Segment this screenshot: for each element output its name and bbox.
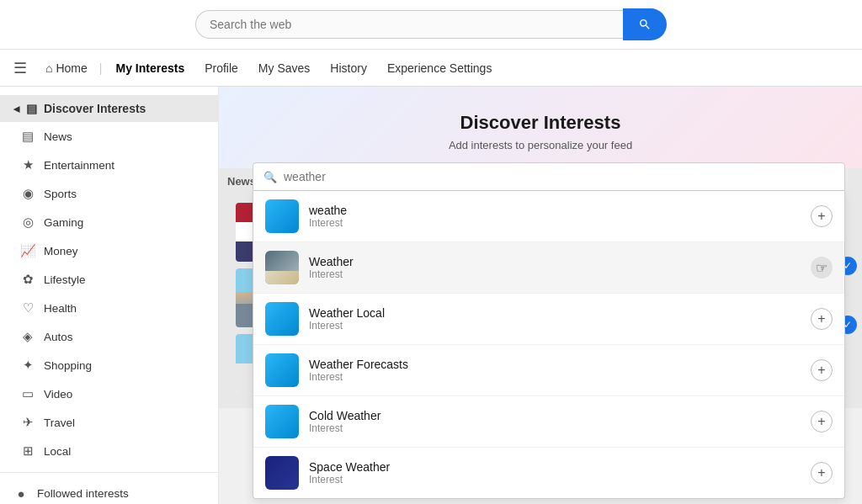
sidebar-item-entertainment[interactable]: ★ Entertainment	[0, 151, 218, 179]
dropdown-search-input[interactable]: weather	[284, 170, 834, 183]
top-bar	[0, 0, 862, 50]
weather-local-name: Weather Local	[309, 306, 801, 320]
cold-weather-add-btn[interactable]: +	[811, 411, 833, 432]
entertainment-icon: ★	[20, 157, 35, 172]
autos-icon: ◈	[20, 329, 35, 344]
nav-divider: |	[99, 61, 103, 75]
weather-forecasts-add-btn[interactable]: +	[811, 359, 833, 381]
weather-forecasts-icon	[265, 353, 299, 387]
sidebar-item-autos[interactable]: ◈ Autos	[0, 322, 218, 351]
search-dropdown-wrapper: 🔍 weather weathe Interest +	[253, 162, 845, 499]
sidebar-item-label-health: Health	[44, 302, 77, 315]
nav-my-interests[interactable]: My Interests	[105, 50, 194, 87]
sidebar-item-travel[interactable]: ✈ Travel	[0, 408, 218, 437]
sidebar-followed-interests[interactable]: ● Followed interests	[0, 480, 218, 504]
weather-local-type: Interest	[309, 320, 801, 332]
weather-icon	[265, 251, 299, 284]
weather-local-info: Weather Local Interest	[309, 306, 801, 332]
sidebar-item-label-shopping: Shopping	[44, 359, 92, 372]
space-weather-add-btn[interactable]: +	[811, 462, 833, 484]
weather-info: Weather Interest	[309, 255, 801, 280]
health-icon: ♡	[20, 300, 35, 316]
nav-bar: ☰ ⌂ Home | My Interests Profile My Saves…	[0, 50, 862, 87]
space-weather-type: Interest	[309, 474, 801, 485]
space-weather-name: Space Weather	[309, 460, 801, 474]
video-icon: ▭	[20, 386, 35, 401]
discover-panel: Discover Interests Add interests to pers…	[219, 87, 862, 168]
followed-interests-label: Followed interests	[37, 487, 129, 500]
cold-weather-name: Cold Weather	[309, 409, 801, 422]
sidebar-item-label-sports: Sports	[44, 188, 77, 200]
nav-profile[interactable]: Profile	[194, 50, 248, 87]
sidebar-item-shopping[interactable]: ✦ Shopping	[0, 351, 218, 379]
weathe-icon	[265, 199, 299, 233]
sidebar-item-label-video: Video	[44, 388, 72, 401]
sidebar-item-sports[interactable]: ◉ Sports	[0, 179, 218, 208]
search-icon	[638, 18, 652, 31]
dropdown-item-weather[interactable]: Weather Interest ☞	[253, 242, 844, 294]
dropdown-item-weather-forecasts[interactable]: Weather Forecasts Interest +	[253, 345, 844, 396]
search-container	[195, 8, 667, 40]
nav-my-saves[interactable]: My Saves	[248, 50, 320, 87]
menu-icon[interactable]: ☰	[13, 59, 27, 77]
cold-weather-type: Interest	[309, 422, 801, 434]
lifestyle-icon: ✿	[20, 272, 35, 287]
dropdown-item-space-weather[interactable]: Space Weather Interest +	[253, 448, 844, 498]
sidebar-item-lifestyle[interactable]: ✿ Lifestyle	[0, 265, 218, 294]
shopping-icon: ✦	[20, 358, 35, 373]
dropdown-item-weather-local[interactable]: Weather Local Interest +	[253, 294, 844, 345]
sidebar-item-video[interactable]: ▭ Video	[0, 379, 218, 408]
sidebar-group-header[interactable]: ◂ ▤ Discover Interests	[0, 95, 218, 122]
sidebar-item-label-lifestyle: Lifestyle	[44, 273, 86, 286]
weather-cursor-icon[interactable]: ☞	[811, 257, 833, 279]
space-weather-icon	[265, 456, 299, 490]
sidebar-item-label-entertainment: Entertainment	[44, 159, 114, 172]
dropdown-list: weathe Interest + Weather Interest ☞	[253, 191, 845, 499]
dropdown-item-weathe[interactable]: weathe Interest +	[253, 191, 844, 242]
space-weather-info: Space Weather Interest	[309, 460, 801, 485]
home-label: Home	[56, 61, 87, 75]
sidebar-item-news[interactable]: ▤ News	[0, 122, 218, 151]
weathe-add-btn[interactable]: +	[811, 205, 833, 227]
search-button[interactable]	[623, 8, 667, 40]
search-input[interactable]	[195, 10, 623, 39]
sidebar-item-label-gaming: Gaming	[44, 216, 83, 229]
weather-name: Weather	[309, 255, 801, 268]
sidebar-item-label-travel: Travel	[44, 416, 75, 429]
home-icon: ⌂	[45, 61, 52, 75]
weather-forecasts-name: Weather Forecasts	[309, 358, 801, 371]
nav-experience-settings[interactable]: Experience Settings	[377, 50, 503, 87]
nav-history[interactable]: History	[320, 50, 377, 87]
sidebar-group-label: Discover Interests	[44, 102, 146, 115]
sidebar-item-money[interactable]: 📈 Money	[0, 236, 218, 265]
discover-title: Discover Interests	[236, 112, 845, 134]
weathe-type: Interest	[309, 217, 801, 229]
discover-subtitle: Add interests to personalize your feed	[236, 139, 845, 151]
pin-icon: ◂	[13, 102, 19, 115]
gaming-icon: ◎	[20, 215, 35, 230]
local-icon: ⊞	[20, 443, 35, 459]
sidebar-item-health[interactable]: ♡ Health	[0, 294, 218, 322]
money-icon: 📈	[20, 243, 35, 258]
nav-home[interactable]: ⌂ Home	[37, 61, 96, 75]
weather-local-add-btn[interactable]: +	[811, 308, 833, 330]
weathe-name: weathe	[309, 204, 801, 217]
weather-type: Interest	[309, 268, 801, 280]
followed-interests-icon: ●	[13, 486, 29, 501]
dropdown-search-box: 🔍 weather	[253, 162, 845, 191]
grid-icon: ▤	[26, 102, 37, 115]
dropdown-item-cold-weather[interactable]: Cold Weather Interest +	[253, 396, 844, 448]
sidebar-item-gaming[interactable]: ◎ Gaming	[0, 208, 218, 236]
sidebar-item-label-news: News	[44, 130, 72, 143]
dropdown-search-icon: 🔍	[263, 171, 277, 183]
sidebar-item-label-autos: Autos	[44, 331, 73, 343]
weathe-info: weathe Interest	[309, 204, 801, 229]
main-layout: ◂ ▤ Discover Interests ▤ News ★ Entertai…	[0, 87, 862, 504]
sidebar: ◂ ▤ Discover Interests ▤ News ★ Entertai…	[0, 87, 219, 504]
sidebar-item-label-money: Money	[44, 245, 78, 257]
sports-icon: ◉	[20, 186, 35, 201]
sidebar-item-label-local: Local	[44, 445, 71, 458]
sidebar-item-local[interactable]: ⊞ Local	[0, 437, 218, 465]
news-icon: ▤	[20, 129, 35, 144]
sidebar-section: ● Followed interests ▤ Followed Sources	[0, 472, 218, 504]
